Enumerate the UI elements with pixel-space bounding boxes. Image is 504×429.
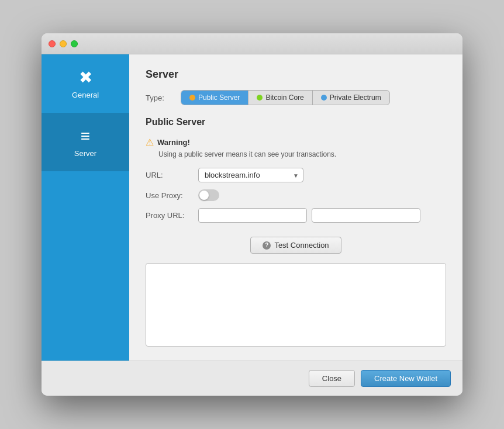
proxy-url-row: Proxy URL: — [146, 208, 446, 223]
proxy-inputs — [198, 208, 420, 223]
help-icon: ? — [263, 241, 271, 250]
sidebar-item-server[interactable]: ≡ Server — [42, 113, 129, 171]
type-btn-public-label: Public Server — [198, 94, 240, 102]
url-select[interactable]: blockstream.info — [198, 168, 303, 182]
proxy-port-input[interactable] — [312, 208, 420, 223]
main-content: ✖ General ≡ Server Server Type: Public S… — [42, 54, 462, 361]
create-wallet-button[interactable]: Create New Wallet — [361, 370, 451, 387]
dot-cyan — [321, 95, 327, 101]
type-label: Type: — [146, 94, 181, 102]
section-title: Server — [146, 68, 446, 81]
sidebar-item-general[interactable]: ✖ General — [42, 54, 129, 113]
type-buttons: Public Server Bitcoin Core Private Elect… — [181, 90, 390, 105]
log-area — [146, 263, 446, 347]
url-row: URL: blockstream.info ▼ — [146, 168, 446, 182]
maximize-button[interactable] — [71, 40, 78, 47]
warning-icon: ⚠ — [146, 137, 154, 148]
proxy-toggle[interactable] — [198, 189, 219, 201]
warning-text: Using a public server means it can see y… — [158, 150, 446, 158]
type-btn-public[interactable]: Public Server — [181, 91, 248, 105]
dot-green — [257, 95, 263, 101]
url-label: URL: — [146, 171, 198, 179]
proxy-host-input[interactable] — [198, 208, 307, 223]
test-btn-label: Test Connection — [274, 241, 329, 250]
traffic-lights — [49, 40, 78, 47]
proxy-url-label: Proxy URL: — [146, 211, 198, 220]
type-row: Type: Public Server Bitcoin Core Private… — [146, 90, 446, 105]
test-connection-button[interactable]: ? Test Connection — [250, 237, 341, 254]
warning-header: ⚠ Warning! — [146, 137, 446, 148]
warning-title: Warning! — [157, 138, 190, 147]
type-btn-bitcoin[interactable]: Bitcoin Core — [248, 91, 312, 105]
warning-box: ⚠ Warning! Using a public server means i… — [146, 137, 446, 158]
server-icon: ≡ — [81, 127, 90, 146]
gear-icon: ✖ — [79, 68, 92, 87]
use-proxy-row: Use Proxy: — [146, 189, 446, 201]
minimize-button[interactable] — [60, 40, 67, 47]
main-window: ✖ General ≡ Server Server Type: Public S… — [42, 33, 462, 396]
close-button[interactable] — [49, 40, 56, 47]
footer: Close Create New Wallet — [42, 361, 462, 396]
titlebar — [42, 33, 462, 54]
sidebar-server-label: Server — [74, 149, 96, 158]
use-proxy-label: Use Proxy: — [146, 191, 198, 200]
type-btn-bitcoin-label: Bitcoin Core — [265, 94, 303, 102]
close-button[interactable]: Close — [309, 370, 355, 387]
test-btn-row: ? Test Connection — [146, 237, 446, 254]
sidebar-general-label: General — [72, 91, 99, 99]
content-panel: Server Type: Public Server Bitcoin Core — [129, 54, 462, 361]
sidebar: ✖ General ≡ Server — [42, 54, 129, 361]
url-select-wrapper: blockstream.info ▼ — [198, 168, 303, 182]
type-btn-electrum-label: Private Electrum — [330, 94, 381, 102]
dot-yellow — [189, 95, 195, 101]
subsection-title: Public Server — [146, 117, 446, 127]
type-btn-electrum[interactable]: Private Electrum — [313, 91, 389, 105]
